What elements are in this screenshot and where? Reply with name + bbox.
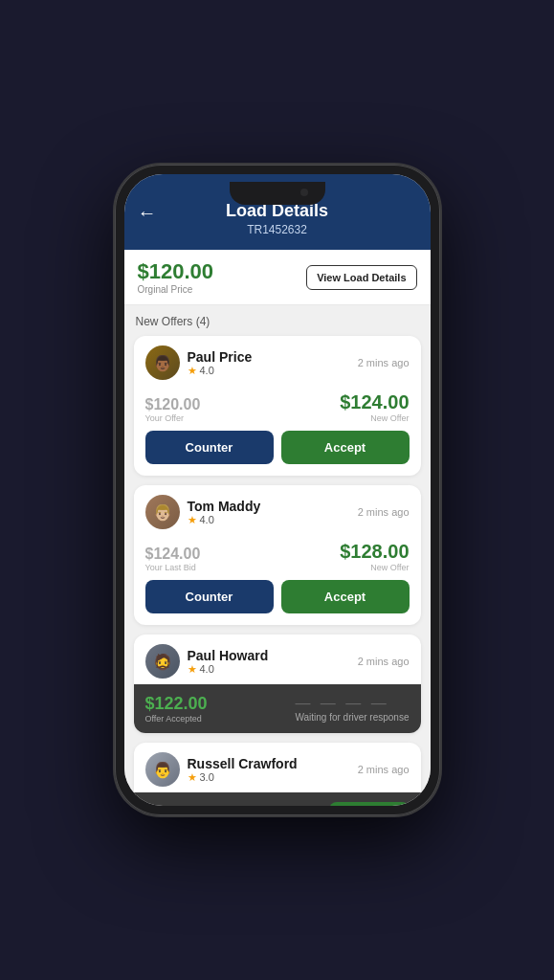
driver-name-block: Russell Crawford ★ 3.0: [188, 756, 298, 784]
offer-card-paul-price: 👨🏾 Paul Price ★ 4.0 2 mins ago: [134, 336, 421, 476]
original-price-value: $120.00: [138, 259, 214, 284]
your-offer-value: $124.00: [145, 546, 201, 563]
card-actions: Counter Accept: [134, 580, 421, 625]
waiting-block: — — — — Waiting for driver response: [295, 695, 409, 723]
accepted-bar: $122.00 Offer Accepted — — — — Waiting f…: [134, 684, 421, 733]
notch: [230, 182, 325, 205]
avatar-russell-crawford: 👨: [145, 752, 180, 787]
new-offer-label: New Offer: [340, 413, 409, 423]
card-top: 🧔 Paul Howard ★ 4.0 2 mins ago: [134, 635, 421, 684]
price-row: $120.00 Your Offer $124.00 New Offer: [134, 386, 421, 431]
driver-row: 👨🏾 Paul Price ★ 4.0 2 mins ago: [145, 345, 410, 380]
card-actions: Counter Accept: [134, 431, 421, 476]
driver-row: 👨🏼 Tom Maddy ★ 4.0 2 mins ago: [145, 495, 410, 529]
accepted-price: $122.00: [145, 694, 208, 714]
russell-accepted-bar: $129.00 Offer Accepted Accept: [134, 792, 421, 806]
star-icon: ★: [188, 663, 197, 676]
price-row: $124.00 Your Last Bid $128.00 New Offer: [134, 535, 421, 580]
card-top: 👨 Russell Crawford ★ 3.0 2 mins ago: [134, 743, 421, 792]
load-id: TR1452632: [140, 223, 415, 236]
your-offer-label: Your Offer: [145, 413, 201, 423]
driver-info: 🧔 Paul Howard ★ 4.0: [145, 644, 269, 679]
offers-list: New Offers (4) 👨🏾 Paul Price ★: [124, 305, 431, 806]
accept-button-russell[interactable]: Accept: [329, 802, 409, 806]
driver-name: Tom Maddy: [188, 499, 261, 514]
driver-name: Paul Price: [188, 349, 253, 365]
driver-name-block: Paul Price ★ 4.0: [188, 349, 253, 377]
your-offer-value: $120.00: [145, 396, 201, 413]
accept-button-tom-maddy[interactable]: Accept: [281, 580, 410, 613]
driver-row: 🧔 Paul Howard ★ 4.0 2 mins ago: [145, 644, 410, 679]
star-icon: ★: [188, 365, 197, 377]
driver-row: 👨 Russell Crawford ★ 3.0 2 mins ago: [145, 752, 410, 787]
new-offer-value: $128.00: [340, 541, 409, 563]
driver-name-block: Paul Howard ★ 4.0: [188, 648, 269, 676]
offer-card-paul-howard: 🧔 Paul Howard ★ 4.0 2 mins ago: [134, 635, 421, 733]
driver-name: Paul Howard: [188, 648, 269, 663]
accepted-label: Offer Accepted: [145, 714, 208, 724]
driver-rating: ★ 4.0: [188, 514, 261, 526]
new-offer-block: $128.00 New Offer: [340, 541, 409, 572]
time-ago: 2 mins ago: [358, 357, 410, 368]
driver-info: 👨 Russell Crawford ★ 3.0: [145, 752, 298, 787]
accepted-price-block: $122.00 Offer Accepted: [145, 694, 208, 724]
offer-card-tom-maddy: 👨🏼 Tom Maddy ★ 4.0 2 mins ago: [134, 485, 421, 625]
driver-name-block: Tom Maddy ★ 4.0: [188, 499, 261, 526]
back-button[interactable]: ←: [138, 201, 157, 223]
star-icon: ★: [188, 771, 197, 784]
avatar-paul-price: 👨🏾: [145, 345, 180, 380]
offers-section-label: New Offers (4): [134, 315, 421, 328]
driver-rating: ★ 3.0: [188, 771, 298, 784]
avatar-paul-howard: 🧔: [145, 644, 180, 679]
counter-button-tom-maddy[interactable]: Counter: [145, 580, 274, 613]
waiting-text: Waiting for driver response: [295, 712, 409, 723]
price-bar: $120.00 Orginal Price View Load Details: [124, 250, 431, 305]
new-offer-block: $124.00 New Offer: [340, 391, 409, 423]
offer-card-russell-crawford: 👨 Russell Crawford ★ 3.0 2 mins ago: [134, 743, 421, 806]
accept-button-paul-price[interactable]: Accept: [281, 431, 410, 464]
star-icon: ★: [188, 514, 197, 526]
original-price-block: $120.00 Orginal Price: [138, 259, 214, 295]
driver-info: 👨🏾 Paul Price ★ 4.0: [145, 345, 253, 380]
russell-accepted-price: $129.00: [145, 804, 208, 806]
notch-dot: [300, 189, 308, 196]
counter-button-paul-price[interactable]: Counter: [145, 431, 274, 464]
time-ago: 2 mins ago: [358, 506, 410, 518]
your-offer-block: $120.00 Your Offer: [145, 396, 201, 423]
time-ago: 2 mins ago: [358, 764, 410, 775]
card-top: 👨🏾 Paul Price ★ 4.0 2 mins ago: [134, 336, 421, 386]
your-offer-label: Your Last Bid: [145, 563, 201, 572]
russell-price-block: $129.00 Offer Accepted: [145, 804, 208, 806]
driver-info: 👨🏼 Tom Maddy ★ 4.0: [145, 495, 261, 529]
phone-screen: ← Load Details TR1452632 $120.00 Orginal…: [124, 174, 431, 806]
view-load-details-button[interactable]: View Load Details: [306, 265, 416, 290]
new-offer-value: $124.00: [340, 391, 409, 413]
new-offer-label: New Offer: [340, 563, 409, 572]
card-top: 👨🏼 Tom Maddy ★ 4.0 2 mins ago: [134, 485, 421, 535]
phone-frame: ← Load Details TR1452632 $120.00 Orginal…: [115, 165, 440, 815]
driver-name: Russell Crawford: [188, 756, 298, 771]
time-ago: 2 mins ago: [358, 656, 410, 667]
avatar-tom-maddy: 👨🏼: [145, 495, 180, 529]
driver-rating: ★ 4.0: [188, 663, 269, 676]
dots-icon: — — — —: [295, 695, 409, 712]
original-price-label: Orginal Price: [138, 284, 214, 295]
your-offer-block: $124.00 Your Last Bid: [145, 546, 201, 572]
driver-rating: ★ 4.0: [188, 365, 253, 377]
